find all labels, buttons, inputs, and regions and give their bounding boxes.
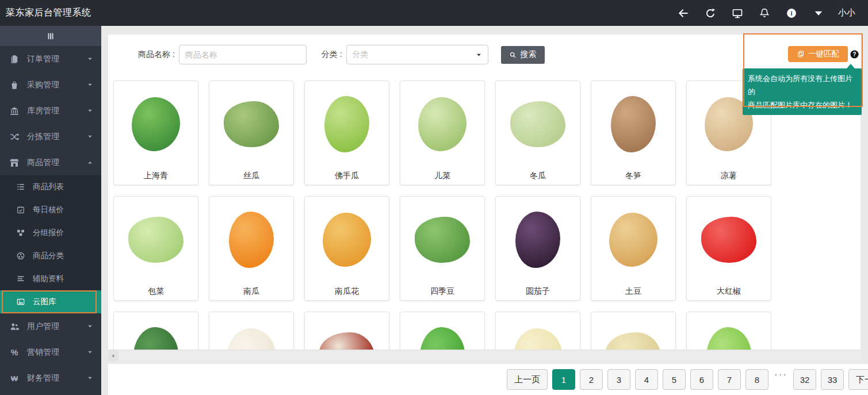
- pagination-prev-button[interactable]: 上一页: [507, 369, 548, 390]
- page-button[interactable]: 5: [663, 369, 686, 390]
- sidebar-item[interactable]: 商品管理: [0, 149, 101, 175]
- product-card[interactable]: [686, 312, 771, 350]
- product-card[interactable]: [591, 312, 676, 350]
- page-button[interactable]: 7: [718, 369, 741, 390]
- product-card[interactable]: 大红椒: [686, 196, 771, 301]
- sidebar-item-label: 营销管理: [27, 347, 59, 358]
- collapse-sidebar-button[interactable]: [0, 26, 101, 46]
- scrollbar-left-button[interactable]: [108, 350, 118, 362]
- product-card[interactable]: 佛手瓜: [304, 80, 389, 185]
- product-card[interactable]: [495, 312, 580, 350]
- product-label: 佛手瓜: [335, 167, 359, 185]
- header-icons: [678, 7, 824, 19]
- sidebar-subitem[interactable]: 云图库: [0, 290, 101, 313]
- sidebar-subitem-icon: [16, 274, 25, 283]
- horizontal-scrollbar[interactable]: [108, 350, 861, 361]
- sidebar-subitem-label: 辅助资料: [33, 274, 64, 284]
- product-card[interactable]: 圆茄子: [495, 196, 580, 301]
- product-label: 大红椒: [717, 283, 741, 300]
- sidebar-item-icon: [9, 158, 20, 168]
- sidebar-item-label: 库房管理: [27, 106, 59, 116]
- page-button[interactable]: 32: [793, 369, 816, 390]
- vertical-bars-icon: [45, 31, 56, 41]
- page-button[interactable]: 33: [821, 369, 844, 390]
- product-card[interactable]: 南瓜花: [304, 196, 389, 301]
- sidebar-item[interactable]: 财务管理: [0, 365, 101, 391]
- page-button[interactable]: 6: [690, 369, 713, 390]
- product-image: [591, 197, 675, 283]
- product-name-input[interactable]: [179, 45, 307, 64]
- product-card[interactable]: [209, 312, 294, 350]
- product-image: [114, 312, 198, 350]
- product-card[interactable]: 包菜: [113, 196, 198, 301]
- product-card[interactable]: [113, 312, 198, 350]
- product-label: 圆茄子: [526, 283, 550, 300]
- product-label: 儿菜: [434, 167, 450, 185]
- header-icon[interactable]: [813, 7, 824, 19]
- search-button[interactable]: 搜索: [501, 46, 545, 64]
- product-image: [687, 197, 771, 283]
- product-label: 丝瓜: [243, 167, 259, 185]
- caret-icon: [87, 82, 93, 88]
- help-question-icon[interactable]: [850, 49, 859, 59]
- product-grid-clip: 上海青 丝瓜 佛手瓜: [113, 80, 771, 350]
- scroll-left-icon: [110, 353, 116, 359]
- sidebar-item-icon: [9, 106, 20, 116]
- product-label: 冬瓜: [530, 167, 546, 185]
- sidebar-subitem[interactable]: 每日核价: [0, 198, 101, 221]
- product-image: [305, 197, 389, 283]
- product-card[interactable]: [400, 312, 485, 350]
- page-button[interactable]: 4: [635, 369, 658, 390]
- sidebar-subitem[interactable]: 商品列表: [0, 175, 101, 198]
- sidebar-item[interactable]: 分拣管理: [0, 124, 101, 149]
- copy-icon: [797, 50, 805, 58]
- sidebar-item[interactable]: 库房管理: [0, 98, 101, 124]
- product-label: 凉薯: [721, 167, 737, 185]
- product-card[interactable]: 冬笋: [591, 80, 676, 185]
- product-image: [305, 312, 389, 350]
- product-image: [114, 197, 198, 283]
- sidebar-subitem[interactable]: 分组报价: [0, 221, 101, 244]
- product-card[interactable]: 南瓜: [209, 196, 294, 301]
- top-header-bar: 菜东家后台管理系统 小小: [0, 0, 868, 26]
- page-button[interactable]: 2: [580, 369, 603, 390]
- product-card[interactable]: 四季豆: [400, 196, 485, 301]
- username[interactable]: 小小: [838, 7, 855, 18]
- pagination-next-button[interactable]: 下一页: [848, 369, 868, 390]
- sidebar-item-label: 财务管理: [27, 373, 59, 384]
- product-card[interactable]: [304, 312, 389, 350]
- header-icon[interactable]: [732, 7, 743, 19]
- sidebar-item[interactable]: 用户管理: [0, 313, 101, 339]
- page-button[interactable]: 1: [552, 369, 575, 390]
- sidebar-item-label: 用户管理: [27, 321, 59, 332]
- sidebar: 订单管理 采购管理 库房管理 分拣管理: [0, 26, 101, 395]
- caret-icon: [87, 323, 93, 329]
- sidebar-item[interactable]: 采购管理: [0, 72, 101, 98]
- page-numbers-tail: 32 33: [793, 369, 844, 390]
- product-card[interactable]: 儿菜: [400, 80, 485, 185]
- sidebar-item[interactable]: 订单管理: [0, 46, 101, 72]
- page-button[interactable]: 3: [607, 369, 630, 390]
- header-icon[interactable]: [705, 7, 716, 19]
- sidebar-subitem-label: 商品分类: [33, 251, 64, 261]
- sidebar-subitem[interactable]: 商品分类: [0, 244, 101, 267]
- header-icon[interactable]: [786, 7, 797, 19]
- product-image: [400, 312, 484, 350]
- category-select[interactable]: 分类: [346, 45, 488, 64]
- sidebar-item[interactable]: 营销管理: [0, 339, 101, 365]
- product-card[interactable]: 上海青: [113, 80, 198, 185]
- header-icon[interactable]: [678, 7, 689, 19]
- page-button[interactable]: 8: [745, 369, 768, 390]
- sidebar-item-icon: [9, 347, 20, 358]
- product-card[interactable]: 冬瓜: [495, 80, 580, 185]
- app-title: 菜东家后台管理系统: [6, 7, 91, 19]
- product-image: [209, 197, 293, 283]
- sidebar-item-icon: [9, 54, 20, 64]
- header-icon[interactable]: [759, 7, 770, 19]
- product-image: [305, 81, 389, 167]
- sidebar-subitem[interactable]: 辅助资料: [0, 267, 101, 290]
- product-card[interactable]: 丝瓜: [209, 80, 294, 185]
- one-key-match-button[interactable]: 一键匹配: [788, 46, 848, 62]
- product-label: 南瓜: [243, 283, 259, 300]
- product-card[interactable]: 土豆: [591, 196, 676, 301]
